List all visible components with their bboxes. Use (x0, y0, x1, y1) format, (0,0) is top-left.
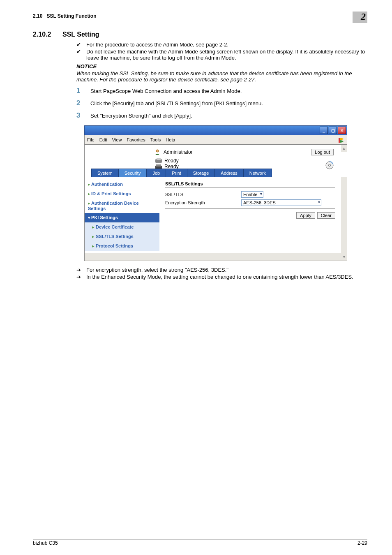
section-title: SSL Setting (62, 31, 99, 38)
user-icon (154, 149, 162, 155)
check-icon: ✔ (76, 42, 86, 48)
settings-panel: SSL/TLS Settings SSL/TLS Enable Encrypti… (159, 177, 341, 253)
label-ssltls: SSL/TLS (165, 192, 241, 197)
menu-bar: File Edit View Favorites Tools Help (84, 135, 347, 145)
step-text: Start PageScope Web Connection and acces… (90, 87, 242, 95)
minimize-button[interactable]: _ (320, 127, 328, 134)
menu-favorites[interactable]: Favorites (127, 137, 145, 142)
svg-rect-3 (157, 158, 161, 160)
logout-button[interactable]: Log out (311, 149, 334, 155)
status-printer: Ready (154, 158, 325, 164)
note-item: ➔ For encryption strength, select the st… (76, 267, 367, 273)
side-nav: ▸Authentication ▸ID & Print Settings ▸Au… (85, 177, 159, 253)
svg-rect-5 (156, 164, 161, 166)
chapter-badge: 2 (353, 12, 367, 23)
admin-indicator: Administrator (154, 149, 193, 155)
nav-pki-settings[interactable]: ▾PKI Settings (85, 213, 159, 222)
arrow-icon: ➔ (76, 267, 86, 273)
nav-protocol[interactable]: ▸ Protocol Settings (85, 241, 159, 251)
window-titlebar: _ ▢ ✕ (84, 125, 347, 135)
notice-label: NOTICE (76, 63, 367, 69)
nav-auth-device[interactable]: ▸Authentication Device Settings (85, 199, 159, 213)
tab-security[interactable]: Security (118, 169, 147, 177)
menu-tools[interactable]: Tools (150, 137, 161, 142)
tab-system[interactable]: System (91, 169, 119, 177)
svg-point-1 (156, 150, 159, 152)
tab-job[interactable]: Job (146, 169, 166, 177)
scrollbar-up[interactable]: ▲ (341, 145, 347, 152)
printer-icon (154, 158, 163, 164)
menu-file[interactable]: File (87, 137, 95, 142)
nav-ssltls[interactable]: ▸ SSL/TLS Settings (85, 232, 159, 241)
note-item: ➔ In the Enhanced Security Mode, the set… (76, 274, 367, 280)
label-enc-strength: Encryption Strength (165, 200, 241, 205)
select-enc-strength[interactable]: AES-256, 3DES (241, 199, 321, 206)
disk-icon (325, 161, 334, 169)
tab-print[interactable]: Print (166, 169, 187, 177)
nav-device-cert[interactable]: ▸ Device Certificate (85, 222, 159, 232)
select-ssltls[interactable]: Enable (241, 191, 263, 198)
check-icon: ✔ (76, 49, 86, 61)
tab-network[interactable]: Network (243, 169, 272, 177)
maximize-button[interactable]: ▢ (329, 127, 337, 134)
running-header: 2.10 SSL Setting Function (33, 12, 96, 19)
ie-flag-icon (338, 136, 344, 143)
check-item: ✔ For the procedure to access the Admin … (76, 42, 367, 48)
nav-id-print[interactable]: ▸ID & Print Settings (85, 189, 159, 199)
apply-button[interactable]: Apply (296, 212, 315, 219)
tab-address[interactable]: Address (214, 169, 243, 177)
footer-model: bizhub C35 (33, 540, 58, 546)
footer-page: 2-29 (357, 540, 367, 546)
step-number: 3 (76, 111, 90, 120)
section-number: 2.10.2 (33, 31, 62, 38)
step-text: Set "Encryption Strength" and click [App… (90, 111, 192, 120)
step-number: 1 (76, 87, 90, 95)
nav-authentication[interactable]: ▸Authentication (85, 180, 159, 189)
step-number: 2 (76, 99, 90, 107)
tab-bar: System Security Job Print Storage Addres… (85, 169, 341, 177)
arrow-icon: ➔ (76, 274, 86, 280)
browser-window: _ ▢ ✕ File Edit View Favorites Tools Hel… (84, 125, 347, 261)
step-text: Click the [Security] tab and [SSL/TLS Se… (90, 99, 263, 107)
menu-view[interactable]: View (112, 137, 122, 142)
scrollbar-down[interactable]: ▼ (85, 253, 347, 261)
clear-button[interactable]: Clear (317, 212, 335, 219)
svg-point-7 (329, 164, 331, 166)
menu-edit[interactable]: Edit (99, 137, 107, 142)
notice-text: When making the SSL Setting, be sure to … (76, 70, 367, 83)
tab-storage[interactable]: Storage (187, 169, 215, 177)
close-button[interactable]: ✕ (338, 127, 346, 134)
panel-title: SSL/TLS Settings (165, 181, 335, 186)
check-item: ✔ Do not leave the machine with the Admi… (76, 49, 367, 61)
menu-help[interactable]: Help (166, 137, 175, 142)
